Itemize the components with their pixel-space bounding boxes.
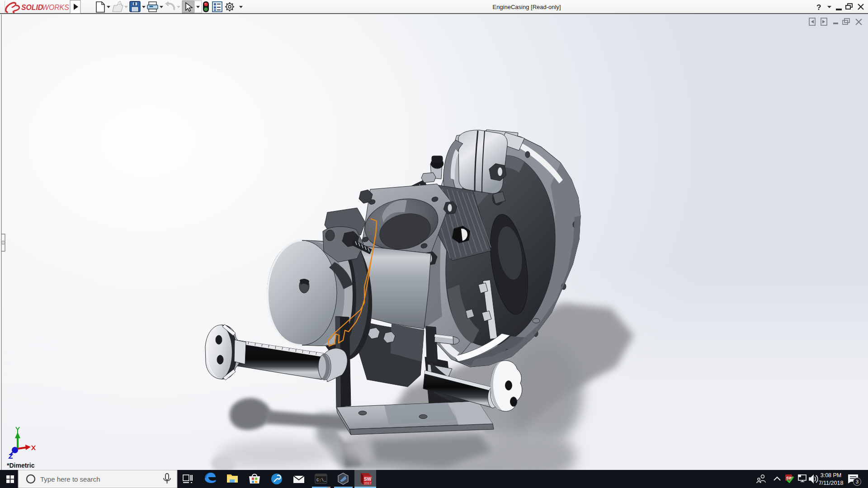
svg-text:Type here to search: Type here to search	[40, 475, 100, 483]
svg-text:C:\_: C:\_	[316, 478, 326, 483]
svg-text:?: ?	[816, 3, 821, 12]
svg-text:3:08 PM: 3:08 PM	[821, 472, 842, 479]
svg-text:SOLID: SOLID	[21, 4, 43, 11]
svg-text:7/11/2018: 7/11/2018	[819, 480, 844, 486]
svg-text:SW: SW	[364, 477, 372, 482]
svg-text:2017: 2017	[364, 482, 372, 485]
svg-text:WORKS: WORKS	[42, 4, 69, 11]
svg-text:3: 3	[856, 479, 859, 484]
